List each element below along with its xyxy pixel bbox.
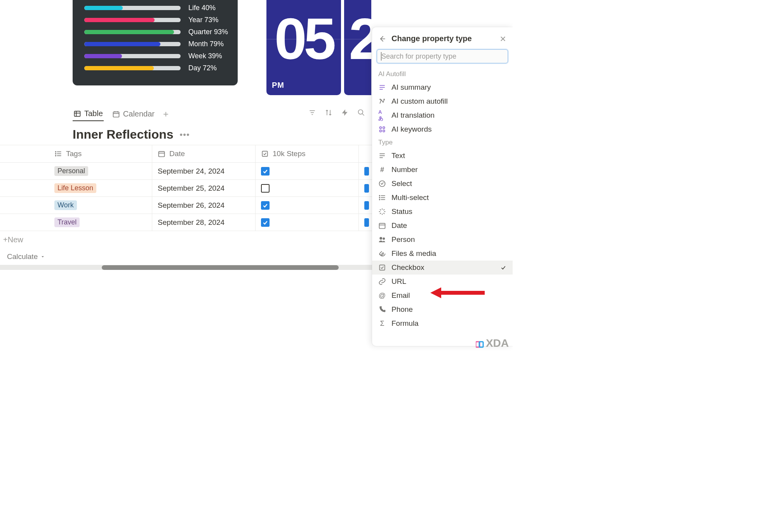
property-type-date[interactable]: Date	[372, 219, 513, 233]
property-type-formula[interactable]: ΣFormula	[372, 316, 513, 330]
ai-translate-icon: Aあ	[378, 111, 386, 119]
add-view-button[interactable]: +	[163, 109, 169, 120]
progress-label: Week 39%	[188, 52, 222, 60]
property-type-label: AI translation	[391, 111, 435, 120]
checkbox-partial[interactable]	[364, 201, 369, 210]
property-type-checkbox[interactable]: Checkbox	[372, 261, 513, 275]
property-type-status[interactable]: Status	[372, 205, 513, 219]
tab-table[interactable]: Table	[73, 107, 104, 121]
progress-label: Day 72%	[188, 64, 217, 72]
text-icon	[378, 152, 386, 160]
property-type-text[interactable]: Text	[372, 149, 513, 163]
files-icon	[378, 250, 386, 257]
property-type-ai-summary[interactable]: AI summary	[372, 80, 513, 94]
checkbox-unchecked[interactable]	[261, 184, 270, 193]
progress-row: Month 79%	[84, 40, 228, 48]
checkbox-partial[interactable]	[364, 184, 369, 193]
svg-point-31	[383, 130, 385, 132]
progress-row: Week 39%	[84, 52, 228, 60]
property-type-label: Text	[391, 151, 405, 160]
horizontal-scrollbar-thumb[interactable]	[102, 265, 339, 270]
tag-chip[interactable]: Personal	[54, 166, 88, 176]
property-type-email[interactable]: @Email	[372, 289, 513, 303]
checkbox-checked[interactable]	[261, 201, 270, 210]
progress-label: Quarter 93%	[188, 28, 228, 36]
svg-point-53	[383, 238, 385, 240]
property-type-label: Phone	[391, 305, 413, 314]
automation-icon[interactable]	[341, 109, 349, 116]
property-type-url[interactable]: URL	[372, 275, 513, 289]
column-header-steps[interactable]: 10k Steps	[255, 145, 358, 162]
svg-rect-0	[75, 111, 80, 116]
flip-clock-minute-partial: 2	[344, 0, 371, 95]
property-type-label: Number	[391, 165, 418, 174]
property-type-ai-keywords[interactable]: AI keywords	[372, 122, 513, 136]
flip-clock-ampm: PM	[272, 81, 284, 90]
checkbox-checked[interactable]	[261, 218, 270, 227]
ai-custom-icon	[378, 97, 386, 105]
property-type-person[interactable]: Person	[372, 233, 513, 247]
date-icon	[378, 222, 386, 229]
property-type-ai-custom-autofill[interactable]: AI custom autofill	[372, 94, 513, 108]
more-options-button[interactable]: •••	[180, 130, 190, 140]
property-type-phone[interactable]: Phone	[372, 303, 513, 316]
property-type-number[interactable]: #Number	[372, 163, 513, 177]
formula-icon: Σ	[378, 320, 386, 327]
svg-line-48	[380, 213, 381, 214]
svg-line-11	[362, 114, 364, 116]
checkbox-partial[interactable]	[364, 218, 369, 227]
svg-point-27	[380, 99, 381, 100]
property-type-multi-select[interactable]: Multi-select	[372, 191, 513, 205]
checkbox-checked[interactable]	[261, 167, 270, 176]
svg-point-17	[56, 155, 56, 156]
date-value: September 26, 2024	[158, 201, 224, 210]
checkbox-partial[interactable]	[364, 167, 369, 176]
svg-point-39	[379, 195, 380, 196]
progress-label: Year 73%	[188, 16, 218, 24]
property-type-label: AI keywords	[391, 125, 431, 134]
property-type-ai-translation[interactable]: AあAI translation	[372, 108, 513, 122]
tag-chip[interactable]: Life Lesson	[54, 183, 96, 193]
tab-calendar[interactable]: Calendar	[111, 107, 155, 121]
date-value: September 25, 2024	[158, 184, 224, 193]
filter-icon[interactable]	[308, 109, 316, 116]
svg-point-16	[56, 153, 56, 154]
property-type-select[interactable]: Select	[372, 177, 513, 191]
column-header-tags[interactable]: Tags	[0, 150, 152, 158]
svg-line-46	[380, 209, 381, 210]
back-button[interactable]	[378, 35, 386, 43]
column-header-date[interactable]: Date	[152, 145, 255, 162]
toolbar-right	[308, 109, 365, 116]
property-type-label: Email	[391, 291, 410, 300]
svg-point-30	[379, 130, 381, 132]
progress-bar	[84, 42, 181, 46]
tag-chip[interactable]: Work	[54, 200, 77, 210]
svg-point-15	[56, 151, 56, 152]
svg-rect-54	[379, 265, 384, 270]
person-icon	[378, 236, 386, 243]
tag-chip[interactable]: Travel	[54, 217, 80, 227]
checkbox-icon	[261, 150, 269, 158]
property-type-label: Multi-select	[391, 193, 429, 202]
close-button[interactable]	[499, 35, 506, 42]
property-type-files-media[interactable]: Files & media	[372, 247, 513, 261]
flip-clock-hour: 05 PM	[266, 0, 341, 95]
search-icon[interactable]	[357, 109, 365, 116]
ai-summary-icon	[378, 83, 386, 91]
progress-widget: Life 40%Year 73%Quarter 93%Month 79%Week…	[73, 0, 238, 85]
flip-clock: 05 PM 2	[266, 0, 371, 95]
svg-point-40	[379, 197, 380, 198]
property-type-label: AI custom autofill	[391, 97, 448, 106]
date-value: September 24, 2024	[158, 167, 224, 176]
svg-point-28	[379, 127, 381, 129]
progress-label: Life 40%	[188, 4, 216, 12]
property-type-panel: Change property type Search for property…	[372, 27, 513, 346]
calendar-icon	[112, 110, 120, 118]
sort-icon[interactable]	[325, 109, 332, 116]
progress-bar	[84, 6, 181, 10]
chevron-down-icon	[40, 254, 45, 259]
url-icon	[378, 278, 386, 285]
phone-icon	[378, 306, 386, 313]
page-title: Inner Reflections	[73, 127, 174, 142]
property-type-search[interactable]: Search for property type	[377, 49, 508, 63]
